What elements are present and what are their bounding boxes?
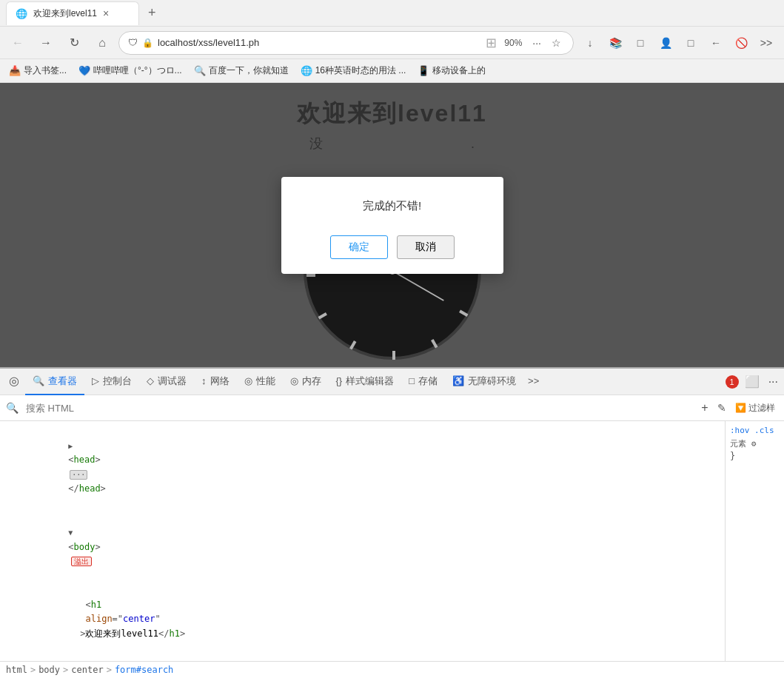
pick-element-button[interactable]: ✎ (714, 398, 729, 417)
performance-label: 性能 (256, 375, 275, 388)
home-button[interactable]: ⌂ (90, 31, 114, 55)
bookmark-bilibili[interactable]: 💙 哔哩哔哩（°-°）つロ... (76, 63, 185, 78)
html-search-input[interactable] (23, 401, 694, 415)
dialog-confirm-button[interactable]: 确定 (330, 235, 388, 259)
more-tools-button[interactable]: >> (754, 31, 778, 55)
dialog-overlay: 完成的不错! 确定 取消 (0, 83, 784, 367)
bookmark-mobile-label: 移动设备上的 (432, 64, 486, 77)
bookmark-english-label: 16种英语时态的用法 ... (315, 64, 406, 77)
right-panel: :hov .cls 元素 ⚙ } (725, 421, 784, 661)
inspector-label: 查看器 (48, 375, 77, 388)
blocked-button[interactable]: 🚫 (729, 31, 753, 55)
devtools-tab-more[interactable]: >> (523, 369, 543, 395)
browser-window: 🌐 欢迎来到level11 × + ← → ↻ ⌂ 🛡 🔒 localhost/… (0, 0, 784, 678)
gear-icon[interactable]: ⚙ (751, 439, 757, 449)
hover-cls-label[interactable]: :hov .cls (730, 426, 780, 435)
page-content: 欢迎来到level11 没. (0, 83, 784, 367)
screenshot-button[interactable]: □ (679, 31, 703, 55)
body-badge: 溢出 (71, 557, 92, 566)
more-addr-button[interactable]: ··· (529, 34, 544, 52)
network-label: 网络 (210, 375, 229, 388)
devtools-panel: ◎ 🔍 查看器 ▷ 控制台 ◇ 调试器 ↕ 网络 ◎ 性能 ◎ (0, 367, 784, 678)
nav-actions: ↓ 📚 □ 👤 □ ← 🚫 >> (578, 31, 778, 55)
devtools-tab-performance[interactable]: ◎ 性能 (237, 369, 283, 395)
bookmark-mobile[interactable]: 📱 移动设备上的 (415, 63, 489, 78)
bookmarks-bar: 📥 导入书签... 💙 哔哩哔哩（°-°）つロ... 🔍 百度一下，你就知道 🌐… (0, 59, 784, 83)
download-button[interactable]: ↓ (578, 31, 602, 55)
breadcrumb-form[interactable]: form#search (115, 665, 173, 675)
html-line-h2[interactable]: <h2 align="center" >没有找到和good相关的结果.</h2> (0, 656, 725, 661)
breadcrumb-center[interactable]: center (71, 665, 103, 675)
dialog-buttons: 确定 取消 (281, 228, 503, 274)
console-label: 控制台 (103, 375, 132, 388)
dialog-cancel-button[interactable]: 取消 (397, 235, 455, 259)
devtools-tab-network[interactable]: ↕ 网络 (194, 369, 237, 395)
address-bar[interactable]: 🛡 🔒 localhost/xss/level11.ph ⊞ 90% ··· ☆ (118, 31, 574, 55)
element-label: 元素 ⚙ (730, 438, 780, 449)
reader-button[interactable]: □ (629, 31, 652, 55)
html-line-body[interactable]: ▼ <body> 溢出 (0, 511, 725, 583)
html-line-head[interactable]: ▶ <head> ··· </head> (0, 424, 725, 511)
performance-icon: ◎ (244, 375, 252, 386)
body-toggle[interactable]: ▼ (68, 528, 73, 537)
back-button[interactable]: ← (6, 31, 30, 55)
memory-label: 内存 (302, 375, 321, 388)
brace-content: } (730, 451, 780, 461)
library-button[interactable]: 📚 (603, 31, 627, 55)
shield-icon: 🛡 (128, 37, 138, 48)
devtools-toolbar: ◎ 🔍 查看器 ▷ 控制台 ◇ 调试器 ↕ 网络 ◎ 性能 ◎ (0, 369, 784, 395)
devtools-tab-accessibility[interactable]: ♿ 无障碍环境 (445, 369, 523, 395)
inspector-icon: 🔍 (33, 375, 44, 386)
tab-title: 欢迎来到level11 (33, 7, 97, 20)
devtools-search-bar: 🔍 + ✎ 🔽 过滤样 (0, 395, 784, 421)
html-line-h1[interactable]: <h1 align="center" >欢迎来到level11</h1> (0, 583, 725, 656)
style-editor-icon: {} (336, 375, 343, 386)
title-bar: 🌐 欢迎来到level11 × + (0, 0, 784, 27)
storage-label: 存储 (418, 375, 438, 388)
bookmark-import[interactable]: 📥 导入书签... (6, 63, 70, 78)
active-tab[interactable]: 🌐 欢迎来到level11 × (6, 1, 139, 25)
bookmark-baidu[interactable]: 🔍 百度一下，你就知道 (191, 63, 292, 78)
forward-button[interactable]: → (34, 31, 58, 55)
html-panel: ▶ <head> ··· </head> ▼ <body> 溢出 <h1 ali… (0, 421, 725, 661)
breadcrumb-html[interactable]: html (6, 665, 27, 675)
bookmark-english[interactable]: 🌐 16种英语时态的用法 ... (298, 63, 409, 78)
dialog-box: 完成的不错! 确定 取消 (281, 177, 503, 274)
account-button[interactable]: 👤 (654, 31, 677, 55)
debugger-icon: ◇ (147, 375, 154, 386)
network-icon: ↕ (201, 375, 207, 386)
memory-icon: ◎ (290, 375, 298, 386)
head-expand[interactable]: ··· (70, 470, 87, 480)
devtools-close-button[interactable]: ··· (765, 372, 781, 392)
devtools-tab-storage[interactable]: □ 存储 (401, 369, 445, 395)
devtools-tab-debugger[interactable]: ◇ 调试器 (139, 369, 194, 395)
tab-favicon: 🌐 (16, 8, 27, 19)
search-icon: 🔍 (6, 402, 19, 414)
error-badge[interactable]: 1 (726, 375, 739, 389)
devtools-resize-button[interactable]: ⬜ (742, 372, 763, 392)
tab-close-button[interactable]: × (103, 7, 109, 19)
filter-button[interactable]: 🔽 过滤样 (732, 398, 778, 417)
reload-button[interactable]: ↻ (62, 31, 86, 55)
new-tab-button[interactable]: + (142, 2, 162, 24)
import-icon: 📥 (9, 65, 21, 76)
bookmark-star-button[interactable]: ☆ (549, 34, 564, 52)
devtools-tab-element-picker[interactable]: ◎ (3, 369, 25, 395)
bookmark-baidu-label: 百度一下，你就知道 (209, 64, 289, 77)
devtools-tab-console[interactable]: ▷ 控制台 (84, 369, 139, 395)
search-actions: + ✎ 🔽 过滤样 (698, 398, 778, 417)
console-icon: ▷ (92, 375, 99, 386)
devtools-tab-style-editor[interactable]: {} 样式编辑器 (329, 369, 402, 395)
reload-addr-icon: ⊞ (486, 35, 497, 51)
lock-icon: 🔒 (142, 38, 153, 48)
breadcrumb-body[interactable]: body (38, 665, 60, 675)
devtools-tab-inspector[interactable]: 🔍 查看器 (25, 369, 84, 395)
devtools-footer: html > body > center > form#search (0, 661, 784, 678)
add-node-button[interactable]: + (698, 398, 711, 417)
devtools-tab-memory[interactable]: ◎ 内存 (283, 369, 329, 395)
head-toggle[interactable]: ▶ (68, 442, 73, 450)
dialog-message: 完成的不错! (281, 177, 503, 228)
zoom-button[interactable]: 90% (501, 36, 525, 50)
history-back-button[interactable]: ← (704, 31, 728, 55)
tab-bar: 🌐 欢迎来到level11 × + (6, 0, 162, 27)
